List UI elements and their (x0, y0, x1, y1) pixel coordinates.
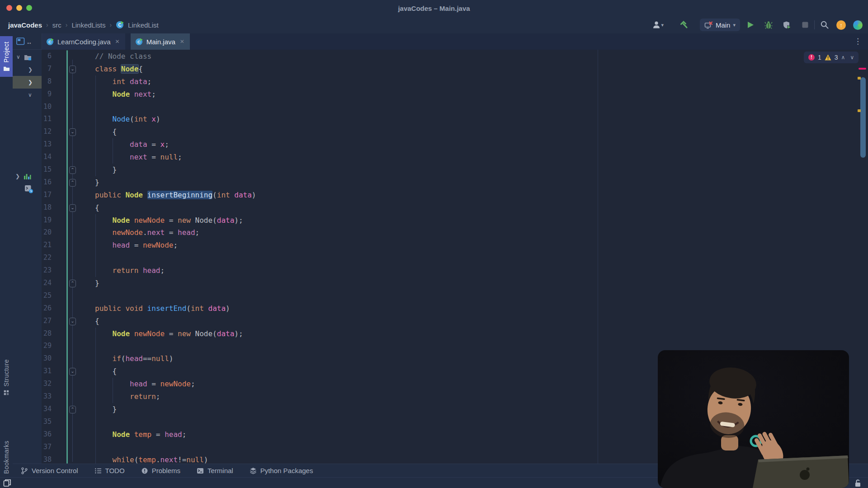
inspection-widget[interactable]: ! 1 3 ∧ ∨ (804, 52, 859, 63)
tool-window-version-control[interactable]: Version Control (21, 467, 78, 474)
tab-learncoding-java[interactable]: C LearnCoding.java ✕ (42, 33, 125, 50)
code-row[interactable]: 27⌄{ (42, 315, 868, 328)
user-menu-button[interactable]: ▾ (652, 19, 664, 31)
tab-label: Main.java (146, 38, 175, 46)
code-row[interactable]: 24⌃} (42, 277, 868, 290)
fold-collapse-icon[interactable]: ⌄ (69, 66, 76, 73)
code-row[interactable]: 8 int data; (42, 75, 868, 88)
fold-collapse-icon[interactable]: ⌄ (69, 368, 76, 375)
code-row[interactable]: 6// Node class (42, 50, 868, 63)
breadcrumb-src[interactable]: src (52, 21, 61, 29)
stop-button[interactable] (802, 19, 809, 31)
tree-row-selected[interactable]: ❯ (13, 76, 42, 89)
breadcrumb-linkedlist-class[interactable]: LinkedList (128, 21, 159, 29)
tool-window-python-packages[interactable]: Python Packages (250, 467, 313, 474)
code-row[interactable]: 10 (42, 101, 868, 113)
line-number: 16 (42, 176, 52, 189)
run-configuration-select[interactable]: Main ▾ (700, 19, 740, 31)
next-problem-button[interactable]: ∨ (850, 54, 854, 61)
line-number: 31 (42, 365, 52, 378)
code-row[interactable]: 23 return head; (42, 264, 868, 277)
folder-icon (3, 66, 10, 71)
search-everywhere-button[interactable] (820, 19, 829, 31)
scrollbar-thumb[interactable] (860, 77, 866, 158)
warning-stripe-mark[interactable] (858, 77, 861, 80)
tool-window-todo[interactable]: TODO (94, 467, 125, 474)
code-row[interactable]: 9 Node next; (42, 88, 868, 101)
line-number: 36 (42, 428, 52, 441)
run-button[interactable] (746, 19, 755, 31)
fold-end-icon[interactable]: ⌃ (69, 179, 76, 187)
tree-row-libraries[interactable]: ❯ (13, 170, 42, 183)
packages-icon (250, 467, 257, 474)
code-row[interactable]: 11 Node(int x) (42, 113, 868, 126)
previous-problem-button[interactable]: ∧ (841, 54, 845, 61)
code-row[interactable]: 28 Node newNode = new Node(data); (42, 328, 868, 340)
chevron-right-icon: ❯ (15, 173, 20, 179)
code-row[interactable]: 20 newNode.next = head; (42, 226, 868, 239)
code-row[interactable]: 26public void insertEnd(int data) (42, 302, 868, 315)
project-panel-header[interactable]: .. (13, 33, 42, 50)
kebab-menu-button[interactable]: ⋮ (854, 33, 862, 50)
run-with-coverage-button[interactable] (783, 19, 792, 31)
tab-main-java[interactable]: C Main.java ✕ (131, 33, 190, 50)
stop-icon (802, 21, 809, 28)
code-row[interactable]: 25 (42, 290, 868, 302)
unlock-icon[interactable] (853, 479, 862, 487)
tree-row-expanded[interactable]: ∨ (13, 89, 42, 101)
breadcrumb-linkedlists[interactable]: LinkedLists (71, 21, 105, 29)
bookmarks-tab-label: Bookmarks (3, 441, 10, 474)
fold-end-icon[interactable]: ⌃ (69, 406, 76, 413)
line-number: 13 (42, 138, 52, 151)
breadcrumb-project[interactable]: javaCodes (8, 21, 42, 29)
fold-collapse-icon[interactable]: ⌄ (69, 128, 76, 136)
tree-row-collapsed[interactable]: ❯ (13, 63, 42, 76)
code-line-text: Node next; (95, 88, 156, 101)
build-project-button[interactable] (679, 19, 688, 31)
tree-row-scratches[interactable] (13, 183, 42, 195)
fold-collapse-icon[interactable]: ⌄ (69, 318, 76, 325)
fold-end-icon[interactable]: ⌃ (69, 166, 76, 174)
error-icon: ! (808, 54, 815, 61)
code-row[interactable]: 13 data = x; (42, 138, 868, 151)
line-number: 15 (42, 164, 52, 176)
fold-end-icon[interactable]: ⌃ (69, 280, 76, 287)
project-view-icon (16, 38, 25, 45)
code-line-text: { (95, 202, 99, 214)
close-icon[interactable]: ✕ (115, 38, 120, 45)
chevron-right-icon: ❯ (28, 66, 33, 73)
tool-window-problems[interactable]: Problems (141, 467, 180, 474)
user-icon (652, 20, 661, 29)
sidebar-item-structure[interactable]: Structure (0, 359, 13, 396)
code-row[interactable]: 15⌃ } (42, 164, 868, 176)
tree-row-project-root[interactable]: ∨ (13, 51, 42, 63)
code-row[interactable]: 19 Node newNode = new Node(data); (42, 214, 868, 227)
code-row[interactable]: 17public Node insertBeginning(int data) (42, 189, 868, 202)
code-row[interactable]: 12⌄ { (42, 126, 868, 138)
panel-header-dots: .. (27, 38, 31, 46)
project-tab-label: Project (3, 42, 10, 62)
code-row[interactable]: 22 (42, 252, 868, 264)
project-panel: .. ∨ ❯ ❯ ∨ ❯ (13, 33, 42, 464)
code-row[interactable]: 18⌄{ (42, 202, 868, 214)
update-available-button[interactable]: ↑ (836, 19, 846, 31)
line-number: 7 (42, 63, 52, 75)
close-icon[interactable]: ✕ (180, 38, 184, 45)
problems-icon (141, 467, 148, 474)
debug-button[interactable] (764, 19, 773, 31)
code-row[interactable]: 7⌄class Node{ (42, 63, 868, 75)
plugin-sphere-button[interactable] (853, 19, 863, 31)
warning-stripe-mark[interactable] (858, 109, 861, 112)
tool-window-label: Version Control (32, 467, 78, 474)
code-row[interactable]: 16⌃} (42, 176, 868, 189)
error-stripe-mark[interactable] (859, 68, 866, 70)
breadcrumb-separator-icon: › (109, 21, 112, 28)
code-row[interactable]: 14 next = null; (42, 151, 868, 164)
code-row[interactable]: 21 head = newNode; (42, 239, 868, 252)
tool-window-terminal[interactable]: Terminal (197, 467, 233, 474)
fold-collapse-icon[interactable]: ⌄ (69, 204, 76, 212)
sidebar-item-project[interactable]: Project (0, 36, 13, 77)
line-number: 27 (42, 315, 52, 328)
layout-windows-icon[interactable] (3, 479, 11, 487)
structure-icon (3, 389, 9, 396)
